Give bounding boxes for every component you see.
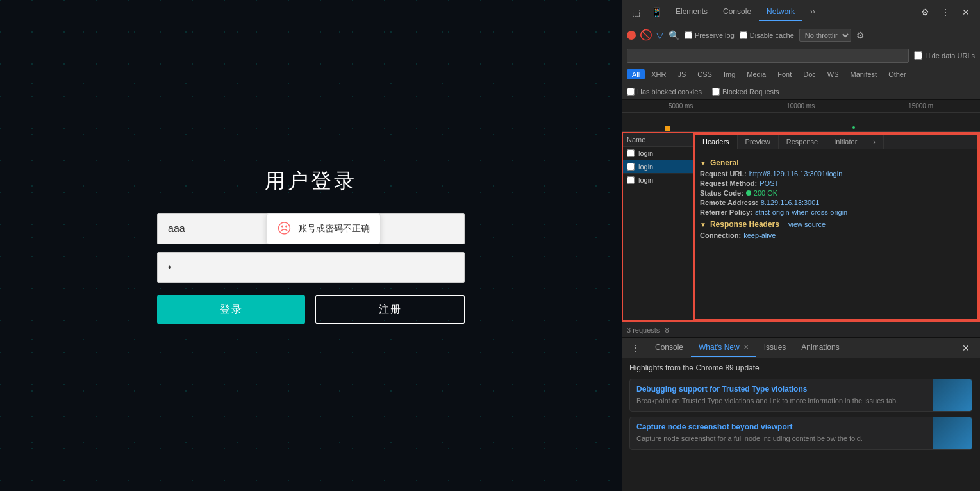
error-icon: ☹ — [277, 221, 292, 237]
whatsnew-close-icon[interactable]: ✕ — [743, 344, 749, 351]
bottom-tab-issues[interactable]: Issues — [756, 339, 794, 357]
card-2-title[interactable]: Capture node screenshot beyond viewport — [636, 422, 927, 431]
referrer-policy-value: strict-origin-when-cross-origin — [755, 208, 847, 216]
details-tab-initiator[interactable]: Initiator — [826, 135, 865, 149]
details-tab-expand[interactable]: › — [865, 135, 884, 149]
bottom-tab-animations[interactable]: Animations — [793, 339, 847, 357]
hide-urls-checkbox[interactable] — [914, 51, 922, 60]
login-page: 用户登录 ☹ 账号或密码不正确 登录 注册 — [0, 0, 622, 491]
res-btn-media[interactable]: Media — [742, 69, 771, 79]
resource-filter: All XHR JS CSS Img Media Font Doc WS Man… — [622, 65, 980, 83]
request-method-label: Request Method: — [700, 179, 757, 187]
request-url-label: Request URL: — [700, 170, 747, 178]
record-button[interactable] — [627, 31, 636, 40]
devtools-topbar: ⬚ 📱 Elements Console Network ›› ⚙ ⋮ ✕ — [622, 0, 980, 24]
network-content: Name login login login Headers Preview R… — [622, 132, 980, 322]
res-btn-manifest[interactable]: Manifest — [845, 69, 883, 79]
status-code-label: Status Code: — [700, 189, 743, 197]
timeline-bar: 5000 ms 10000 ms 15000 m — [622, 100, 980, 132]
device-toolbar-icon[interactable]: 📱 — [647, 3, 665, 21]
requests-count: 3 requests — [627, 326, 660, 334]
card-1-desc: Breakpoint on Trusted Type violations an… — [636, 396, 927, 406]
bottom-panel: ⋮ Console What's New ✕ Issues Animations… — [622, 337, 980, 491]
bottom-tab-whatsnew[interactable]: What's New ✕ — [691, 339, 756, 357]
request-row-1[interactable]: login — [623, 147, 693, 160]
req-name-1: login — [638, 149, 653, 157]
timeline-label-1: 5000 ms — [669, 103, 693, 110]
settings-icon[interactable]: ⚙ — [916, 3, 934, 21]
search-button[interactable]: 🔍 — [669, 30, 679, 40]
filter-input[interactable] — [627, 49, 909, 63]
more-icon[interactable]: ⋮ — [936, 3, 954, 21]
disable-cache-label: Disable cache — [740, 31, 794, 39]
res-btn-img[interactable]: Img — [718, 69, 740, 79]
bottom-close-icon[interactable]: ✕ — [957, 339, 975, 357]
connection-row: Connection: keep-alive — [700, 231, 972, 239]
timeline-mark-1 — [665, 126, 670, 131]
card-1-text: Debugging support for Trusted Type viola… — [630, 379, 933, 411]
card-2-thumbnail — [933, 417, 972, 449]
throttle-select[interactable]: No throttlir — [799, 29, 851, 42]
request-row-3[interactable]: login — [623, 174, 693, 187]
general-arrow-icon: ▼ — [700, 160, 706, 167]
preserve-log-label: Preserve log — [685, 31, 735, 39]
close-icon[interactable]: ✕ — [957, 3, 975, 21]
res-btn-js[interactable]: JS — [672, 69, 691, 79]
details-tab-response[interactable]: Response — [779, 135, 827, 149]
disable-cache-checkbox[interactable] — [740, 31, 747, 39]
preserve-log-checkbox[interactable] — [685, 31, 692, 39]
connection-value: keep-alive — [743, 231, 776, 239]
res-btn-all[interactable]: All — [627, 69, 645, 79]
timeline-label-3: 15000 m — [908, 103, 933, 110]
res-btn-xhr[interactable]: XHR — [646, 69, 671, 79]
password-input[interactable] — [157, 252, 465, 283]
tab-more[interactable]: ›› — [802, 3, 823, 21]
error-message: 账号或密码不正确 — [298, 223, 370, 235]
details-tab-headers[interactable]: Headers — [695, 135, 738, 149]
checkbox-bar: Has blocked cookies Blocked Requests — [622, 83, 980, 100]
bottom-tab-console[interactable]: Console — [647, 339, 691, 357]
request-url-row: Request URL: http://8.129.116.13:3001/lo… — [700, 170, 972, 178]
register-button[interactable]: 注册 — [315, 295, 465, 324]
devtools-top-icons: ⚙ ⋮ ✕ — [916, 3, 975, 21]
tab-network[interactable]: Network — [759, 3, 802, 21]
req-checkbox-1[interactable] — [627, 149, 635, 157]
card-2-text: Capture node screenshot beyond viewport … — [630, 417, 933, 449]
res-btn-other[interactable]: Other — [883, 69, 911, 79]
block-button[interactable]: 🚫 — [641, 30, 651, 40]
inspect-icon[interactable]: ⬚ — [627, 3, 645, 21]
bottom-content: Highlights from the Chrome 89 update Deb… — [622, 358, 980, 491]
bottom-more-icon[interactable]: ⋮ — [627, 339, 645, 357]
req-checkbox-3[interactable] — [627, 176, 635, 184]
response-headers-section-header[interactable]: ▼ Response Headers view source — [700, 220, 972, 229]
request-list-header: Name — [623, 133, 693, 147]
username-wrapper: ☹ 账号或密码不正确 — [157, 213, 465, 244]
request-row-2[interactable]: login — [623, 160, 693, 174]
response-headers-label: Response Headers — [710, 220, 779, 229]
req-checkbox-2[interactable] — [627, 163, 635, 171]
res-btn-doc[interactable]: Doc — [798, 69, 821, 79]
bottom-right-icons: ✕ — [957, 339, 975, 357]
details-body: ▼ General Request URL: http://8.129.116.… — [695, 149, 977, 246]
card-2-desc: Capture node screenshot for a full node … — [636, 434, 927, 444]
network-settings-icon[interactable]: ⚙ — [856, 30, 865, 40]
request-url-value: http://8.129.116.13:3001/login — [749, 170, 843, 178]
res-btn-ws[interactable]: WS — [822, 69, 844, 79]
whats-new-subtitle: Highlights from the Chrome 89 update — [629, 363, 972, 372]
login-button[interactable]: 登录 — [157, 295, 305, 324]
view-source-link[interactable]: view source — [788, 221, 826, 228]
blocked-cookies-label: Has blocked cookies — [627, 88, 702, 96]
card-1-title[interactable]: Debugging support for Trusted Type viola… — [636, 385, 927, 394]
details-tab-preview[interactable]: Preview — [738, 135, 779, 149]
tab-console[interactable]: Console — [715, 3, 759, 21]
res-btn-css[interactable]: CSS — [692, 69, 717, 79]
res-btn-font[interactable]: Font — [772, 69, 797, 79]
blocked-requests-checkbox[interactable] — [712, 88, 720, 96]
login-title: 用户登录 — [265, 167, 357, 196]
general-section-header[interactable]: ▼ General — [700, 158, 972, 167]
response-headers-arrow-icon: ▼ — [700, 221, 706, 228]
filter-icon[interactable]: ▽ — [656, 30, 663, 40]
blocked-cookies-checkbox[interactable] — [627, 88, 635, 96]
timeline-label-2: 10000 ms — [786, 103, 815, 110]
tab-elements[interactable]: Elements — [668, 3, 715, 21]
